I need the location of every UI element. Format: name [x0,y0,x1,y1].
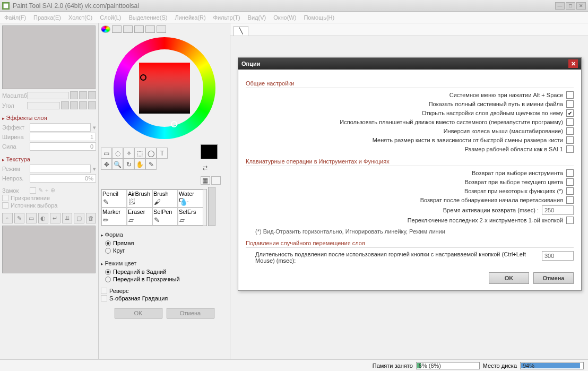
menu-view[interactable]: Вид(V) [248,14,266,21]
brush-selers[interactable]: SelErs▱ [178,208,203,226]
brush-pencil[interactable]: Pencil✎ [101,189,127,208]
opt-return-func-checkbox[interactable] [566,187,574,195]
menu-window[interactable]: Окно(W) [273,14,296,21]
opt-return-color-checkbox[interactable] [566,178,574,186]
scale-plus[interactable] [79,91,87,99]
swatches-mode[interactable] [145,25,155,33]
angle-plus[interactable] [70,101,78,109]
canvas-tab[interactable]: ╲ [234,26,248,36]
scale-reset[interactable] [88,91,96,99]
brush-selpen[interactable]: SelPen✎ [152,208,178,226]
angle-slider[interactable] [27,102,60,109]
brush-water[interactable]: Water C…💧 [178,189,203,208]
rotate-tool[interactable]: ↻ [123,159,134,170]
cm-fb-radio[interactable]: Передний в Задний [105,269,228,275]
brush-marker[interactable]: Marker✏ [101,208,127,226]
menu-help[interactable]: Помощь(H) [304,14,334,21]
menu-edit[interactable]: Правка(E) [33,14,61,21]
cm-ft-radio[interactable]: Передний в Прозрачный [105,276,228,282]
merge-button[interactable]: ⇊ [62,213,73,223]
close-button[interactable]: ✕ [576,2,586,10]
scale-minus[interactable] [70,91,78,99]
transfer-button[interactable]: ↵ [50,213,60,223]
delete-layer-button[interactable]: 🗑 [86,213,97,223]
new-linework-button[interactable]: ✎ [14,213,25,223]
angle-minus[interactable] [61,101,69,109]
eyedropper-tool[interactable]: ✎ [145,159,157,170]
shape-line-radio[interactable]: Прямая [105,240,228,246]
opt-invert-wheel-checkbox[interactable] [566,127,574,135]
return-time-field[interactable] [542,205,574,215]
lasso-tool[interactable]: ◌ [112,148,123,159]
opt-toggle-tools-checkbox[interactable] [566,217,574,224]
opt-alt-space-checkbox[interactable] [566,91,574,99]
sgrad-checkbox[interactable] [101,295,107,301]
opt-dbl-click-checkbox[interactable] [566,109,574,117]
scale-slider[interactable] [27,92,69,99]
text-tool[interactable]: T [157,148,168,159]
brush-airbrush[interactable]: AirBrush⛆ [127,189,152,208]
reverse-checkbox[interactable] [101,288,107,294]
color-wheel[interactable] [111,35,218,141]
new-layer-button[interactable]: ▫ [2,213,13,223]
lock-opacity-checkbox[interactable] [30,187,36,194]
texture-header[interactable]: Текстура [2,156,96,162]
swap-colors-icon[interactable]: ⇄ [201,160,210,175]
brush-brush[interactable]: Brush🖌 [152,189,178,208]
dialog-cancel-button[interactable]: Отмена [533,272,574,284]
menu-layer[interactable]: Слой(L) [100,14,121,21]
opt-return-drag-checkbox[interactable] [566,196,574,204]
move-sel-tool[interactable]: ⬚ [134,148,145,159]
menu-file[interactable]: Файл(F) [4,14,26,21]
clip-checkbox[interactable] [2,202,8,209]
menu-ruler[interactable]: Линейка(R) [175,14,205,21]
brush-eraser[interactable]: Eraser▱ [127,208,152,226]
mode-dropdown[interactable] [30,165,91,173]
menu-canvas[interactable]: Холст(C) [68,14,92,21]
clear-button[interactable]: ▢ [74,213,84,223]
transparent-toggle[interactable]: ▦ [201,176,210,185]
menu-selection[interactable]: Выделение(S) [128,14,167,21]
dialog-close-button[interactable]: ✕ [568,59,578,68]
opt-workspace-sai1-checkbox[interactable] [566,145,574,153]
dialog-ok-button[interactable]: OK [489,272,529,284]
gray-mode[interactable] [134,25,144,33]
angle-flip[interactable] [88,101,96,109]
opt-tablet-engine-checkbox[interactable] [566,118,574,126]
maximize-button[interactable]: □ [566,2,575,10]
move-tool[interactable]: ✥ [101,159,112,170]
minimize-button[interactable]: — [555,2,565,10]
layer-effects-header[interactable]: Эффекты слоя [2,115,96,121]
rect-select-tool[interactable]: ▭ [101,148,112,159]
opt-full-path-checkbox[interactable] [566,100,574,108]
pin-checkbox[interactable] [2,195,8,201]
hsv-sliders-mode[interactable] [123,25,133,33]
width-field[interactable]: 1 [30,133,96,141]
navigator-preview[interactable] [2,25,96,89]
brush-scrollbar[interactable] [208,187,215,226]
zoom-tool[interactable]: 🔍 [112,159,123,170]
opt-return-tool-checkbox[interactable] [566,169,574,177]
strength-label: Сила [2,143,28,150]
mid-ok-button[interactable]: OK [115,308,162,318]
suppress-time-field[interactable] [542,251,574,261]
rgb-sliders-mode[interactable] [112,25,122,33]
shape-tool[interactable]: ◯ [145,148,157,159]
angle-reset[interactable] [79,101,87,109]
mask-button[interactable]: ◐ [38,213,49,223]
opacity-field[interactable]: 0% [30,174,96,183]
bg-toggle[interactable] [211,176,221,185]
opt-brush-size-checkbox[interactable] [566,136,574,144]
strength-field[interactable]: 0 [30,142,96,151]
magic-wand-tool[interactable]: ✧ [123,148,134,159]
scratchpad-mode[interactable] [157,25,166,33]
effect-dropdown[interactable] [30,123,91,132]
shape-circle-radio[interactable]: Круг [105,247,228,254]
foreground-swatch[interactable] [201,144,218,159]
hand-tool[interactable]: ✋ [134,159,145,170]
color-wheel-mode[interactable] [101,25,110,33]
menu-filter[interactable]: Фильтр(T) [213,14,240,21]
mid-cancel-button[interactable]: Отмена [167,308,214,318]
new-folder-button[interactable]: ▭ [26,213,37,223]
layer-list[interactable] [2,226,96,273]
